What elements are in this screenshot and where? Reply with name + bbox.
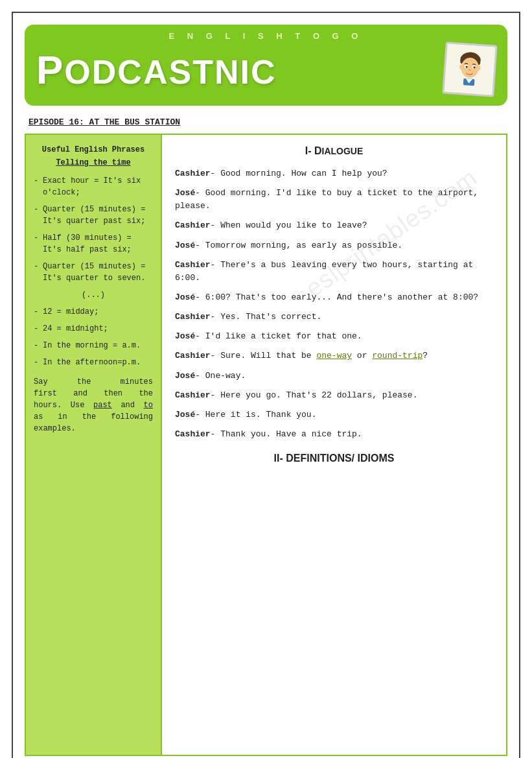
sidebar-item-text: In the afternoon=p.m. bbox=[43, 357, 141, 368]
sidebar-item-text: Quarter (15 minutes) = It's quarter past… bbox=[43, 204, 153, 227]
page-border: E N G L I S H T O G O PODCASTNIC bbox=[12, 12, 520, 758]
speaker-cashier2: Cashier bbox=[175, 220, 211, 230]
definitions-section-title: II- DEFINITIONS/ IDIOMS bbox=[175, 453, 493, 464]
dash: - bbox=[34, 357, 40, 368]
speaker-cashier3: Cashier bbox=[175, 260, 211, 270]
sidebar-item-text: Half (30 minutes) = It's half past six; bbox=[43, 232, 153, 255]
round-trip-text: round-trip bbox=[372, 351, 422, 361]
to-word: to bbox=[144, 401, 153, 410]
past-word: past bbox=[93, 401, 112, 410]
speaker-jose5: José bbox=[175, 371, 195, 381]
dialogue-label: D bbox=[314, 145, 322, 156]
sidebar-note: Say the minutes first and then the hours… bbox=[34, 376, 153, 434]
dialogue-line: José- 6:00? That's too early... And ther… bbox=[175, 291, 493, 304]
jose-line4: - I'd like a ticket for that one. bbox=[195, 331, 362, 341]
list-item: - 24 = midnight; bbox=[34, 323, 153, 335]
dialogue-line: Cashier- Here you go. That's 22 dollars,… bbox=[175, 389, 493, 402]
dialogue-line: Cashier- Good morning. How can I help yo… bbox=[175, 167, 493, 180]
cashier-line5: - Sure. Will that be one-way or round-tr… bbox=[211, 351, 428, 361]
sidebar: Useful English Phrases Telling the time … bbox=[26, 135, 162, 755]
speaker-jose6: José bbox=[175, 410, 195, 420]
cashier-line6: - Here you go. That's 22 dollars, please… bbox=[211, 390, 418, 400]
list-item: - Quarter (15 minutes) = It's quarter to… bbox=[34, 261, 153, 284]
jose-line5: - One-way. bbox=[195, 371, 246, 381]
cashier-line1: - Good morning. How can I help you? bbox=[211, 169, 387, 178]
dialogue-roman: I- bbox=[305, 145, 314, 156]
episode-title: EPISODE 16: AT THE BUS STATION bbox=[29, 117, 503, 127]
jose-line2: - Tomorrow morning, as early as possible… bbox=[195, 241, 402, 250]
divider-text: (...) bbox=[82, 290, 105, 300]
avatar bbox=[442, 41, 497, 97]
list-item: - Exact hour = It's six o'clock; bbox=[34, 175, 153, 198]
dash: - bbox=[34, 232, 40, 255]
list-item: - In the morning = a.m. bbox=[34, 340, 153, 351]
cashier-line2: - When would you like to leave? bbox=[211, 220, 367, 230]
speaker-jose2: José bbox=[175, 241, 195, 250]
list-item: - In the afternoon=p.m. bbox=[34, 357, 153, 368]
sidebar-item-text: Quarter (15 minutes) = It's quarter to s… bbox=[43, 261, 153, 284]
main-title: PODCASTNIC bbox=[36, 47, 276, 93]
speaker-jose4: José bbox=[175, 331, 195, 341]
jose-line6: - Here it is. Thank you. bbox=[195, 410, 316, 420]
dash: - bbox=[34, 175, 40, 198]
speaker-cashier1: Cashier bbox=[175, 169, 211, 178]
dash: - bbox=[34, 204, 40, 227]
cashier-line4: - Yes. That's correct. bbox=[211, 312, 322, 322]
tagline: E N G L I S H T O G O bbox=[36, 31, 496, 43]
dialogue-line: José- Good morning. I'd like to buy a ti… bbox=[175, 187, 493, 213]
dash: - bbox=[34, 306, 40, 318]
title-rest: ODCASTNIC bbox=[64, 53, 276, 91]
sidebar-item-text: In the morning = a.m. bbox=[43, 340, 141, 351]
speaker-jose3: José bbox=[175, 292, 195, 302]
main-content: I- DIALOGUE Cashier- Good morning. How c… bbox=[162, 135, 506, 755]
dialogue-line: Cashier- Yes. That's correct. bbox=[175, 311, 493, 324]
avatar-illustration bbox=[449, 49, 491, 90]
list-item: - Half (30 minutes) = It's half past six… bbox=[34, 232, 153, 255]
sidebar-item-text: 12 = midday; bbox=[43, 306, 98, 318]
list-item: - Quarter (15 minutes) = It's quarter pa… bbox=[34, 204, 153, 227]
speaker-cashier4: Cashier bbox=[175, 312, 211, 322]
header-section: E N G L I S H T O G O PODCASTNIC bbox=[25, 25, 507, 106]
speaker-cashier6: Cashier bbox=[175, 390, 211, 400]
title-row: PODCASTNIC bbox=[36, 43, 496, 95]
speaker-cashier5: Cashier bbox=[175, 351, 211, 361]
speaker-cashier7: Cashier bbox=[175, 429, 211, 439]
dialogue-line: José- Here it is. Thank you. bbox=[175, 409, 493, 421]
dialogue-line: José- I'd like a ticket for that one. bbox=[175, 330, 493, 343]
dialogue-section-title: I- DIALOGUE bbox=[175, 145, 493, 157]
cashier-line3: - There's a bus leaving every two hours,… bbox=[175, 260, 473, 283]
sidebar-divider: (...) bbox=[34, 289, 153, 301]
dash: - bbox=[34, 340, 40, 351]
dialogue-line: José- Tomorrow morning, as early as poss… bbox=[175, 239, 493, 252]
list-item: - 12 = midday; bbox=[34, 306, 153, 318]
dialogue-line: Cashier- Thank you. Have a nice trip. bbox=[175, 428, 493, 441]
content-area: Useful English Phrases Telling the time … bbox=[25, 134, 507, 756]
dialogue-line: Cashier- When would you like to leave? bbox=[175, 219, 493, 232]
sidebar-item-text: Exact hour = It's six o'clock; bbox=[43, 175, 153, 198]
sidebar-item-text: 24 = midnight; bbox=[43, 323, 108, 335]
definitions-roman: II- DEFINITIONS/ IDIOMS bbox=[274, 453, 395, 464]
sidebar-header: Useful English Phrases bbox=[34, 144, 153, 156]
jose-line3: - 6:00? That's too early... And there's … bbox=[195, 292, 478, 302]
one-way-text: one-way bbox=[316, 351, 352, 361]
dialogue-line: Cashier- Sure. Will that be one-way or r… bbox=[175, 349, 493, 362]
speaker-jose1: José bbox=[175, 188, 195, 198]
dialogue-line: José- One-way. bbox=[175, 370, 493, 383]
dash: - bbox=[34, 261, 40, 284]
dash: - bbox=[34, 323, 40, 335]
jose-line1: - Good morning. I'd like to buy a ticket… bbox=[175, 188, 478, 211]
sidebar-subheader: Telling the time bbox=[34, 157, 153, 169]
dialogue-line: Cashier- There's a bus leaving every two… bbox=[175, 259, 493, 285]
cashier-line7: - Thank you. Have a nice trip. bbox=[211, 429, 362, 439]
dialogue-label-rest: IALOGUE bbox=[322, 146, 364, 156]
title-first-letter: P bbox=[36, 47, 64, 92]
